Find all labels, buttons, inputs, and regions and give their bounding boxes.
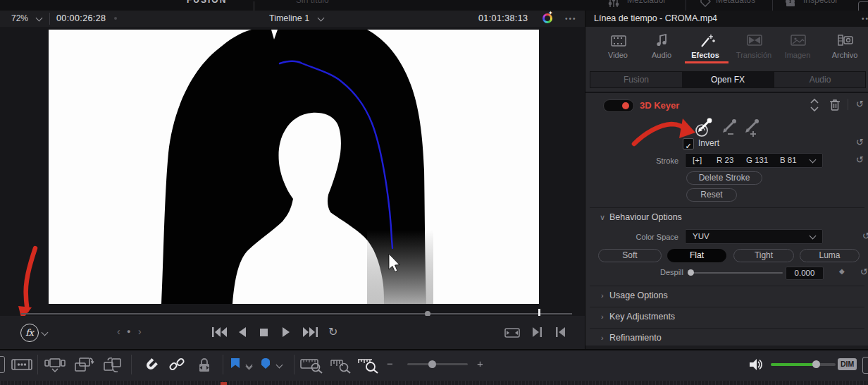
- flag-icon[interactable]: [230, 358, 241, 372]
- inspector-options-menu[interactable]: •••: [862, 15, 868, 23]
- position-lock-icon[interactable]: [197, 357, 212, 374]
- timeline-zoom-handle[interactable]: [428, 360, 436, 368]
- video-frame[interactable]: [49, 30, 539, 304]
- stroke-reset-icon[interactable]: ↺: [856, 155, 864, 164]
- reorder-icon[interactable]: [810, 98, 819, 112]
- metadata-button[interactable]: Metadatos: [716, 0, 755, 5]
- tab-image[interactable]: Imagen: [778, 51, 817, 59]
- stop-button[interactable]: [260, 329, 268, 336]
- divider: [590, 207, 864, 208]
- skip-end-button[interactable]: [302, 327, 318, 337]
- chevron-down-icon[interactable]: [36, 15, 43, 22]
- trash-icon[interactable]: [829, 99, 841, 111]
- loop-playback-button[interactable]: ↻: [328, 325, 337, 338]
- despill-slider[interactable]: [688, 272, 783, 274]
- insert-clip-icon[interactable]: [44, 358, 66, 373]
- mixer-button[interactable]: Mezclador: [627, 0, 666, 5]
- custom-zoom-icon[interactable]: [356, 358, 379, 374]
- volume-handle[interactable]: [812, 360, 820, 368]
- zoom-out-button[interactable]: −: [387, 358, 393, 369]
- next-frame-icon[interactable]: [533, 327, 542, 337]
- status-dot: [114, 17, 117, 20]
- chevron-down-icon[interactable]: [318, 15, 325, 22]
- delete-stroke-button[interactable]: Delete Stroke: [686, 171, 762, 185]
- timeline-selector[interactable]: Timeline 1: [269, 13, 309, 23]
- skip-start-button[interactable]: [212, 327, 228, 337]
- tab-audio[interactable]: Audio: [642, 51, 681, 59]
- snapping-magnet-icon[interactable]: [142, 357, 159, 374]
- tab-file[interactable]: Archivo: [825, 51, 864, 59]
- clipped-button[interactable]: [858, 1, 868, 11]
- stroke-plus-value: [+]: [693, 154, 702, 167]
- loop-range-icon[interactable]: [504, 328, 520, 338]
- marker-icon[interactable]: [260, 358, 271, 372]
- divider: [590, 307, 864, 307]
- clipped-tool-icon[interactable]: [0, 356, 5, 373]
- color-space-reset-icon[interactable]: ↺: [862, 231, 868, 240]
- divider: [590, 328, 864, 329]
- eyedropper-pick-icon[interactable]: [690, 116, 714, 138]
- effect-enable-toggle[interactable]: [603, 99, 634, 112]
- fx-overlay-button[interactable]: fx: [20, 324, 39, 342]
- source-timecode: 00:00:26:28: [56, 13, 106, 23]
- tab-video[interactable]: Video: [598, 51, 638, 59]
- link-clips-icon[interactable]: [168, 357, 185, 374]
- reset-button[interactable]: Reset: [686, 188, 737, 202]
- invert-checkbox[interactable]: ✓: [683, 138, 694, 149]
- inspector-header: Línea de tiempo - CROMA.mp4 •••: [585, 11, 868, 28]
- speaker-icon[interactable]: [748, 357, 764, 372]
- marker-color-chevron[interactable]: [276, 362, 283, 369]
- timeline-zoom-slider[interactable]: [407, 363, 468, 365]
- despill-slider-handle[interactable]: [688, 269, 694, 276]
- inspector-button[interactable]: Inspector: [803, 0, 838, 5]
- next-keyframe-icon[interactable]: ›: [138, 326, 142, 337]
- zoom-in-button[interactable]: +: [477, 358, 483, 369]
- mode-luma-button[interactable]: Luma: [800, 249, 860, 262]
- effect-reset-icon[interactable]: ↺: [856, 99, 864, 109]
- overwrite-clip-icon[interactable]: [74, 357, 95, 374]
- viewer-options-menu[interactable]: •••: [565, 15, 577, 23]
- keyframe-diamond-icon[interactable]: ◆: [839, 267, 845, 275]
- prev-keyframe-icon[interactable]: ‹: [117, 326, 120, 337]
- tab-transition[interactable]: Transición: [734, 51, 774, 59]
- prev-frame-icon[interactable]: [555, 327, 565, 337]
- despill-value[interactable]: 0.000: [786, 267, 824, 280]
- mode-tight-button[interactable]: Tight: [733, 249, 794, 262]
- expand-caret-icon[interactable]: ›: [601, 312, 604, 321]
- viewer-scrub-bar[interactable]: [21, 313, 572, 314]
- clipped-tool-icon[interactable]: [862, 357, 868, 374]
- replace-clip-icon[interactable]: [102, 357, 125, 374]
- inspector-panel: Video Audio Efectos Transición Imagen Ar…: [585, 27, 868, 349]
- divider: [37, 355, 38, 374]
- chevron-down-icon[interactable]: [42, 329, 49, 336]
- annotation-arrow-fx: [0, 231, 56, 330]
- collapse-caret-icon[interactable]: ∨: [600, 213, 605, 222]
- subtab-audio[interactable]: Audio: [774, 72, 866, 87]
- invert-reset-icon[interactable]: ↺: [856, 138, 864, 147]
- timeline-view-icon[interactable]: [11, 358, 32, 372]
- mode-flat-button[interactable]: Flat: [667, 249, 726, 262]
- refinement-header[interactable]: Refinamiento: [609, 333, 662, 343]
- expand-caret-icon[interactable]: ›: [601, 291, 604, 300]
- detail-zoom-icon[interactable]: [330, 358, 352, 374]
- despill-reset-icon[interactable]: ↺: [860, 267, 868, 276]
- dim-button[interactable]: DIM: [838, 358, 857, 370]
- subtab-fusion[interactable]: Fusion: [590, 72, 683, 87]
- play-reverse-button[interactable]: [238, 327, 247, 337]
- stroke-dropdown[interactable]: [+] R 23 G 131 B 81: [685, 153, 823, 168]
- viewer-zoom-select[interactable]: 72%: [11, 13, 28, 23]
- subtab-openfx[interactable]: Open FX: [682, 72, 774, 87]
- timeline-ruler-strip[interactable]: [0, 381, 868, 385]
- color-palette-icon[interactable]: ✦: [542, 13, 552, 23]
- mode-soft-button[interactable]: Soft: [598, 249, 662, 262]
- key-adjustments-header[interactable]: Key Adjustments: [609, 312, 675, 322]
- play-button[interactable]: [282, 327, 290, 337]
- tab-effects[interactable]: Efectos: [686, 51, 725, 59]
- expand-caret-icon[interactable]: ›: [601, 334, 604, 342]
- eyedropper-subtract-icon[interactable]: [721, 117, 739, 137]
- behaviour-options-header[interactable]: Behaviour Options: [609, 212, 682, 222]
- usage-options-header[interactable]: Usage Options: [609, 291, 668, 300]
- full-extent-zoom-icon[interactable]: [300, 358, 324, 374]
- eyedropper-add-icon[interactable]: [743, 117, 762, 137]
- color-space-dropdown[interactable]: YUV: [685, 229, 823, 244]
